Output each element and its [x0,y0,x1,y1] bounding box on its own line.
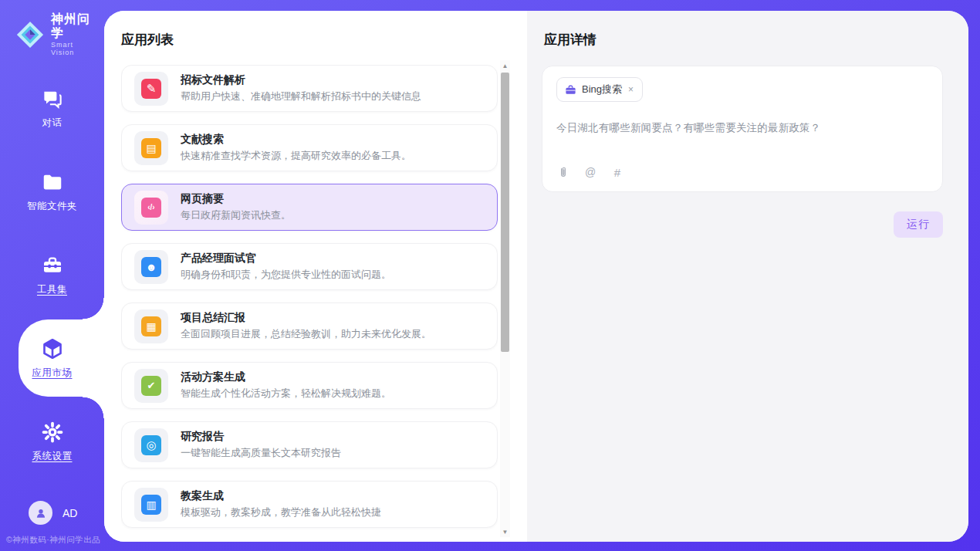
tool-tag-label: Bing搜索 [582,83,622,96]
mention-icon[interactable] [583,165,597,179]
app-detail-panel: 应用详情 Bing搜索 × 今日湖北有哪些新闻要点？有哪些需要关注的最新政策？ [527,11,968,542]
app-card-desc: 智能生成个性化活动方案，轻松解决规划难题。 [181,387,391,401]
run-button[interactable]: 运行 [894,211,943,238]
app-card-desc: 帮助用户快速、准确地理解和解析招标书中的关键信息 [181,90,421,103]
attachment-icon[interactable] [556,165,570,179]
hash-icon[interactable] [610,165,624,179]
scrollbar-thumb[interactable] [501,73,509,352]
app-icon-tile [134,72,168,106]
app-card[interactable]: 教案生成 模板驱动，教案秒成，教学准备从此轻松快捷 [121,481,498,528]
gear-icon [41,421,64,444]
app-card-desc: 每日政府新闻资讯快查。 [181,208,291,222]
app-icon-tile [134,191,168,225]
app-card-title: 活动方案生成 [181,370,391,384]
app-card-title: 研究报告 [181,430,341,443]
briefcase-icon [565,84,576,96]
app-card-title: 招标文件解析 [181,73,421,86]
note-icon [141,316,161,336]
app-card-title: 网页摘要 [181,192,291,205]
avatar [29,501,52,525]
scroll-up-icon[interactable]: ▲ [500,60,510,71]
app-root: 神州问学 Smart Vision 对话 智能文件夹 工具集 应用市场 系统设置 [0,0,980,551]
app-card[interactable]: 网页摘要 每日政府新闻资讯快查。 [121,184,498,231]
sidebar-item-gear[interactable]: 系统设置 [0,408,104,475]
sidebar-item-label: 对话 [42,117,63,130]
scrollbar: ▲ ▼ [500,60,510,537]
prompt-composer: Bing搜索 × 今日湖北有哪些新闻要点？有哪些需要关注的最新政策？ [542,66,943,192]
app-card-desc: 明确身份和职责，为您提供专业性的面试问题。 [181,268,391,282]
copyright-footer: ©神州数码·神州问学出品 [6,535,100,546]
interview-icon [141,257,161,277]
app-icon-tile [134,369,168,403]
app-list-title: 应用列表 [121,31,527,49]
app-card[interactable]: 活动方案生成 智能生成个性化活动方案，轻松解决规划难题。 [121,362,498,409]
sidebar: 神州问学 Smart Vision 对话 智能文件夹 工具集 应用市场 系统设置 [0,0,104,551]
composer-toolbar [556,165,624,179]
app-card[interactable]: 项目总结汇报 全面回顾项目进展，总结经验教训，助力未来优化发展。 [121,303,498,350]
person-icon [34,506,48,520]
scroll-down-icon[interactable]: ▼ [500,526,510,537]
brand-tagline: Smart Vision [51,41,98,56]
brand-diamond-icon [15,20,45,49]
folder-icon [41,171,64,194]
sidebar-item-cube[interactable]: 应用市场 [0,325,104,391]
close-icon[interactable]: × [627,84,634,95]
app-list-panel: 应用列表 招标文件解析 帮助用户快速、准确地理解和解析招标书中的关键信息 文献搜… [104,11,527,542]
app-card[interactable]: 产品经理面试官 明确身份和职责，为您提供专业性的面试问题。 [121,243,498,290]
app-card-list: 招标文件解析 帮助用户快速、准确地理解和解析招标书中的关键信息 文献搜索 快速精… [121,65,498,542]
app-card-desc: 一键智能生成高质量长文本研究报告 [181,446,341,460]
app-card[interactable]: 文献搜索 快速精准查找学术资源，提高研究效率的必备工具。 [121,124,498,171]
app-icon-tile [134,488,168,522]
app-card-desc: 模板驱动，教案秒成，教学准备从此轻松快捷 [181,505,381,519]
app-card[interactable]: 招标文件解析 帮助用户快速、准确地理解和解析招标书中的关键信息 [121,65,498,112]
app-card-desc: 快速精准查找学术资源，提高研究效率的必备工具。 [181,149,411,163]
app-icon-tile [134,309,168,343]
user-initials: AD [63,507,77,519]
brand-name: 神州问学 [51,12,98,39]
toolbox-icon [41,254,64,277]
cube-icon [41,337,64,360]
app-icon-tile [134,250,168,284]
pen-icon [141,79,161,99]
brand-logo: 神州问学 Smart Vision [0,0,104,56]
web-icon [141,198,161,218]
app-detail-title: 应用详情 [544,31,943,49]
app-icon-tile [134,131,168,165]
sidebar-item-chat[interactable]: 对话 [0,75,104,141]
run-row: 运行 [542,211,943,238]
user-account[interactable]: AD [29,501,77,525]
app-card-desc: 全面回顾项目进展，总结经验教训，助力未来优化发展。 [181,327,431,341]
app-icon-tile [134,428,168,462]
sidebar-nav: 对话 智能文件夹 工具集 应用市场 系统设置 [0,75,104,475]
app-card-title: 教案生成 [181,489,381,502]
sidebar-item-label: 系统设置 [32,450,73,463]
tool-tag-bing-search[interactable]: Bing搜索 × [556,77,643,102]
sidebar-item-label: 智能文件夹 [27,200,77,213]
clipboard-icon [141,376,161,396]
book-icon [141,138,161,158]
app-card-title: 项目总结汇报 [181,311,431,324]
app-card-title: 文献搜索 [181,133,411,146]
sidebar-item-label: 应用市场 [32,367,73,380]
sidebar-item-label: 工具集 [37,283,67,296]
chat-icon [41,87,64,110]
app-card[interactable]: 研究报告 一键智能生成高质量长文本研究报告 [121,421,498,468]
sidebar-item-folder[interactable]: 智能文件夹 [0,158,104,225]
prompt-input[interactable]: 今日湖北有哪些新闻要点？有哪些需要关注的最新政策？ [556,121,928,135]
main-container: 应用列表 招标文件解析 帮助用户快速、准确地理解和解析招标书中的关键信息 文献搜… [104,11,968,542]
app-card-title: 产品经理面试官 [181,252,391,265]
research-icon [141,435,161,455]
books-icon [141,495,161,515]
